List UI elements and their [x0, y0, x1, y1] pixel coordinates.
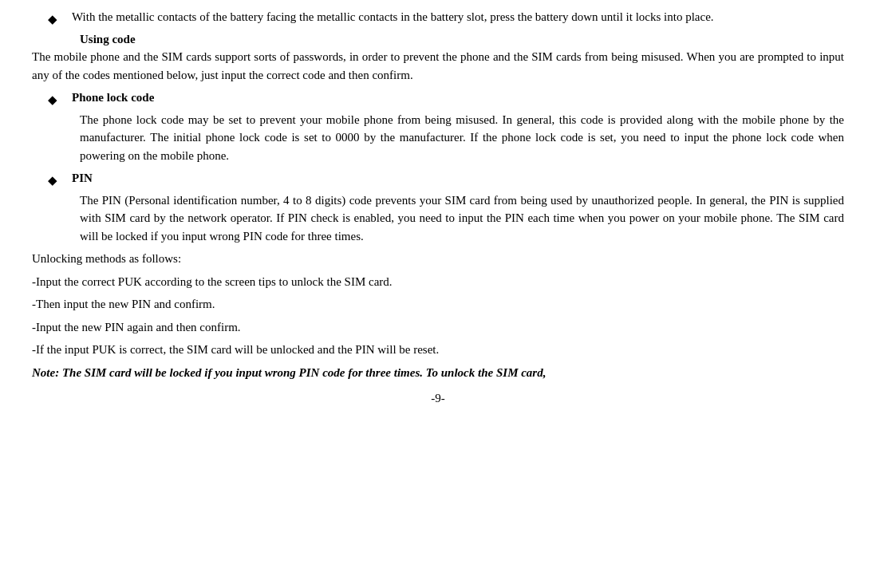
pin-heading-text: PIN: [72, 172, 93, 184]
diamond-icon-1: ◆: [32, 8, 72, 29]
using-code-paragraph: The mobile phone and the SIM cards suppo…: [32, 48, 844, 84]
using-code-heading-wrapper: Using code: [32, 30, 844, 49]
phone-lock-heading: Phone lock code: [72, 89, 844, 107]
phone-lock-bullet-row: ◆ Phone lock code: [32, 89, 844, 109]
pin-step3: -Input the new PIN again and then confir…: [32, 318, 844, 337]
battery-text: With the metallic contacts of the batter…: [72, 8, 844, 26]
page-content: ◆ With the metallic contacts of the batt…: [32, 8, 844, 408]
phone-lock-paragraph: The phone lock code may be set to preven…: [32, 111, 844, 165]
pin-section: ◆ PIN The PIN (Personal identification n…: [32, 169, 844, 381]
diamond-icon-3: ◆: [32, 169, 72, 190]
pin-step2: -Then input the new PIN and confirm.: [32, 295, 844, 314]
pin-heading: PIN: [72, 169, 844, 187]
pin-paragraph1: The PIN (Personal identification number,…: [32, 191, 844, 246]
pin-step1: -Input the correct PUK according to the …: [32, 273, 844, 291]
phone-lock-section: ◆ Phone lock code The phone lock code ma…: [32, 89, 844, 164]
phone-lock-heading-text: Phone lock code: [72, 91, 154, 104]
using-code-section: Using code The mobile phone and the SIM …: [32, 30, 844, 85]
battery-bullet-row: ◆ With the metallic contacts of the batt…: [32, 8, 844, 29]
unlocking-heading: Unlocking methods as follows:: [32, 250, 844, 268]
page-number: -9-: [32, 389, 844, 408]
pin-step4: -If the input PUK is correct, the SIM ca…: [32, 341, 844, 359]
using-code-heading: Using code: [80, 33, 136, 45]
diamond-icon-2: ◆: [32, 89, 72, 109]
pin-bullet-row: ◆ PIN: [32, 169, 844, 190]
pin-note: Note: The SIM card will be locked if you…: [32, 364, 844, 382]
note-text: Note: The SIM card will be locked if you…: [32, 366, 546, 379]
